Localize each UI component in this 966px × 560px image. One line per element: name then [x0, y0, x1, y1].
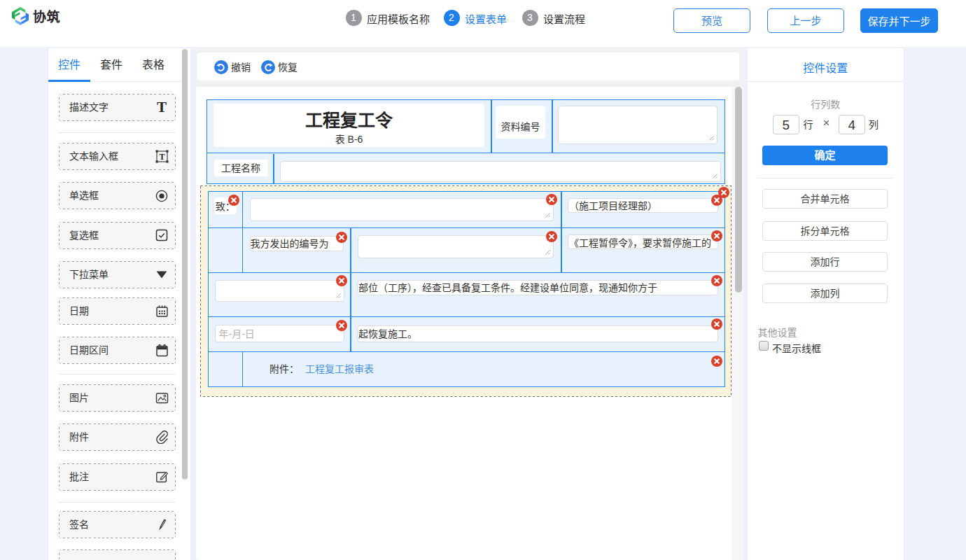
svg-text:T: T: [159, 151, 164, 161]
